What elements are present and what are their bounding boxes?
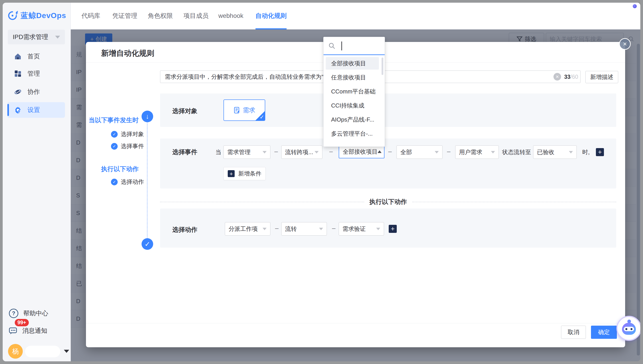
stepper-dotted-line — [147, 123, 148, 239]
check-icon: ✓ — [260, 114, 264, 120]
chevron-down-icon — [319, 228, 323, 230]
add-event-button[interactable]: + — [596, 148, 604, 156]
tab-automation-rules[interactable]: 自动化规则 — [255, 2, 287, 30]
tab-code-repo[interactable]: 代码库 — [82, 2, 100, 30]
blocks-icon — [14, 70, 22, 78]
sidebar-item-label: 首页 — [28, 52, 40, 61]
tab-credentials[interactable]: 凭证管理 — [112, 2, 137, 30]
sidebar-item-label: 设置 — [28, 106, 40, 114]
search-icon — [329, 42, 336, 50]
divider-label: 执行以下动作 — [370, 198, 407, 206]
event-select-req-type[interactable]: 用户需求 — [455, 146, 499, 159]
add-action-button[interactable]: + — [389, 225, 397, 233]
event-prefix-text: 当 — [215, 148, 221, 156]
logo-text: 蓝鲸DevOps — [21, 10, 66, 21]
chevron-down-icon[interactable] — [64, 350, 69, 353]
option-ccomm[interactable]: CComm平台基础 — [326, 85, 379, 98]
option-any-receiving[interactable]: 任意接收项目 — [326, 71, 379, 84]
divider-line — [412, 202, 616, 202]
close-icon: × — [623, 40, 627, 48]
event-select-workitem[interactable]: 需求管理 — [223, 146, 270, 159]
help-icon: ? — [9, 309, 18, 318]
confirm-button[interactable]: 确定 — [591, 326, 617, 339]
cancel-button[interactable]: 取消 — [561, 326, 586, 339]
sidebar-item-label: 协作 — [28, 88, 40, 96]
notification-dot — [633, 4, 637, 8]
chevron-down-icon — [569, 151, 573, 154]
help-label: 帮助中心 — [23, 309, 48, 318]
check-circle-icon: ✓ — [111, 179, 118, 185]
sidebar-item-label: 管理 — [28, 69, 40, 78]
separator-dash: – — [275, 224, 279, 232]
action-select-dispatch[interactable]: 分派工作项 — [225, 222, 270, 236]
tab-roles[interactable]: 角色权限 — [148, 2, 173, 30]
event-select-project-open[interactable]: 全部接收项目 — [339, 145, 385, 158]
divider-line — [160, 202, 364, 202]
sidebar: 蓝鲸DevOps IPD需求管理 首页 管理 协作 — [2, 2, 71, 362]
username-pill — [25, 346, 60, 357]
project-dropdown: 全部接收项目 任意接收项目 CComm平台基础 CCI持续集成 AIOps产品线… — [323, 37, 385, 147]
add-description-button[interactable]: 新增描述 — [585, 71, 618, 83]
notifications-link[interactable]: 消息通知 — [9, 326, 47, 335]
tab-webhook[interactable]: webhook — [218, 2, 243, 30]
separator-dash: – — [332, 224, 336, 232]
orbit-icon — [14, 88, 22, 96]
chevron-up-icon — [378, 150, 382, 153]
sidebar-item-manage[interactable]: 管理 — [7, 66, 65, 82]
chevron-down-icon — [435, 151, 439, 154]
assistant-robot-button[interactable] — [616, 316, 641, 341]
check-circle-icon-large: ✓ — [142, 238, 153, 250]
event-select-scope[interactable]: 全部 — [397, 146, 443, 159]
stepper-then-title: 执行以下动作 — [87, 165, 139, 173]
modal-close-button[interactable]: × — [619, 38, 631, 50]
chevron-down-icon — [491, 151, 495, 154]
stepper-when-title: 当以下事件发生时 — [87, 116, 139, 124]
avatar[interactable]: 杨 — [8, 344, 23, 359]
search-focus-underline — [324, 54, 385, 55]
project-selector[interactable]: IPD需求管理 — [8, 30, 65, 44]
event-select-flow-type[interactable]: 流转跨项... — [281, 146, 323, 159]
notification-count-badge: 99+ — [15, 319, 29, 326]
modal-footer-divider — [86, 323, 625, 324]
top-navigation: 代码库 凭证管理 角色权限 项目成员 webhook 自动化规则 — [71, 2, 641, 30]
option-all-receiving[interactable]: 全部接收项目 — [326, 57, 379, 70]
separator-dash: – — [447, 148, 451, 155]
notifications-label: 消息通知 — [22, 326, 47, 335]
actions-divider: 执行以下动作 — [160, 198, 616, 206]
home-icon — [14, 53, 22, 60]
chevron-down-icon — [55, 36, 60, 38]
select-object-panel: 选择对象 需求 ✓ — [160, 94, 616, 127]
sidebar-item-settings[interactable]: 设置 — [7, 102, 65, 118]
dropdown-options: 全部接收项目 任意接收项目 CComm平台基础 CCI持续集成 AIOps产品线… — [324, 57, 385, 145]
blueking-logo-icon — [7, 10, 18, 21]
project-selector-label: IPD需求管理 — [13, 33, 48, 41]
separator-dash: – — [388, 148, 392, 155]
dropdown-search[interactable] — [324, 37, 385, 54]
separator-dash: – — [329, 148, 333, 155]
option-aiops[interactable]: AIOps产品线-F... — [326, 113, 379, 126]
check-circle-icon: ✓ — [111, 143, 118, 150]
object-card-requirement[interactable]: 需求 ✓ — [223, 100, 265, 121]
blueking-logo[interactable]: 蓝鲸DevOps — [7, 10, 66, 21]
chevron-down-icon — [376, 228, 380, 230]
option-cci[interactable]: CCI持续集成 — [326, 99, 379, 112]
add-condition-button[interactable]: + 新增条件 — [223, 167, 266, 180]
select-event-label: 选择事件 — [172, 148, 197, 156]
action-select-flow[interactable]: 流转 — [281, 222, 327, 236]
stepper-step-event: ✓ 选择事件 — [111, 142, 144, 150]
option-multicloud[interactable]: 多云管理平台-... — [326, 127, 379, 140]
tab-members[interactable]: 项目成员 — [184, 2, 208, 30]
dropdown-scrollbar[interactable] — [382, 58, 383, 75]
stepper-step-action: ✓ 选择动作 — [111, 178, 144, 186]
gear-icon — [14, 106, 22, 114]
help-center-link[interactable]: ? 帮助中心 — [9, 309, 48, 318]
sidebar-item-home[interactable]: 首页 — [7, 48, 65, 64]
clear-icon[interactable]: × — [553, 73, 561, 80]
check-circle-icon: ✓ — [111, 131, 118, 138]
separator-dash: – — [274, 148, 278, 155]
sidebar-item-collab[interactable]: 协作 — [7, 84, 65, 100]
event-select-status[interactable]: 已验收 — [533, 146, 577, 159]
action-select-verify[interactable]: 需求验证 — [339, 222, 384, 236]
stepper-step-object: ✓ 选择对象 — [111, 130, 144, 138]
chevron-down-icon — [314, 151, 318, 154]
